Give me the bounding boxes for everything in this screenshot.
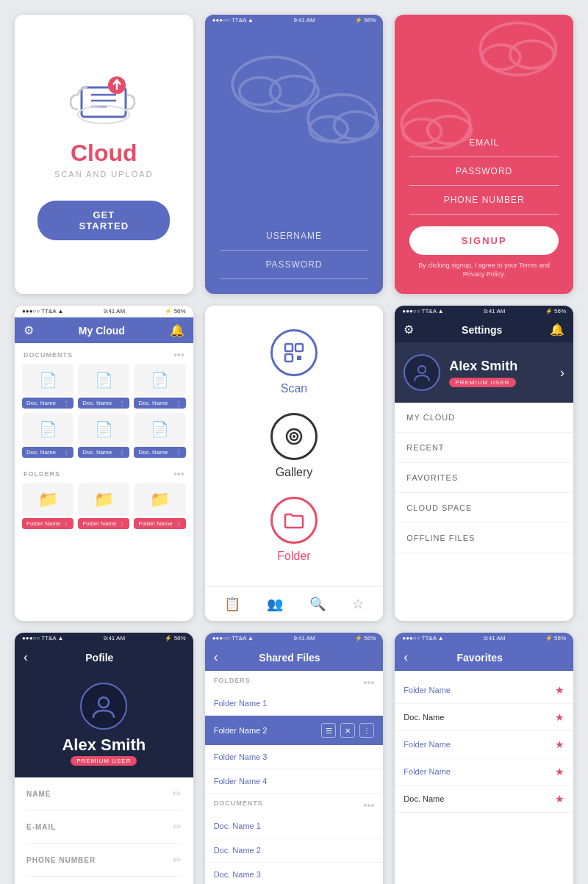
docs-section-label: DOCUMENTS <box>214 799 263 811</box>
email-edit-icon[interactable]: ✏ <box>173 821 182 833</box>
signup-button[interactable]: SIGNUP <box>409 226 559 255</box>
fav-item-3[interactable]: Folder Name ★ <box>395 731 573 758</box>
statusbar-center: 9:41 AM <box>484 635 505 642</box>
name-edit-icon[interactable]: ✏ <box>173 788 182 799</box>
phone-field[interactable]: PHONE NUMBER <box>409 186 559 215</box>
gallery-option[interactable]: Gallery <box>270 413 318 479</box>
svg-point-6 <box>78 106 129 123</box>
notification-icon[interactable]: 🔔 <box>170 323 184 337</box>
fav-item-2[interactable]: Doc. Name ★ <box>395 704 573 731</box>
svg-point-14 <box>482 45 520 70</box>
statusbar-center: 9:41 AM <box>293 635 315 642</box>
doc-icon: 📄 <box>22 413 74 445</box>
settings-content: ⚙ Settings 🔔 Alex Smith PREMIUM USER › <box>395 317 573 596</box>
profile-name-large: Alex Smith <box>62 736 146 755</box>
fav-star-3[interactable]: ★ <box>555 739 564 750</box>
signup-terms: By clicking signup, I agree to your Term… <box>409 261 559 279</box>
svg-point-25 <box>293 435 295 438</box>
shared-doc-2[interactable]: Doc. Name 2 <box>205 838 384 863</box>
shared-folder-item-3[interactable]: Folder Name 3 <box>205 745 384 769</box>
settings-notification-icon[interactable]: 🔔 <box>550 323 564 337</box>
password-field[interactable]: PASSWORD <box>409 157 559 186</box>
folder-item: 📁 Folder Name ⋮ <box>134 483 185 529</box>
shared-folder-item-4[interactable]: Folder Name 4 <box>205 769 384 794</box>
fav-item-5[interactable]: Doc. Name ★ <box>395 786 573 813</box>
profile-name-row: NAME ✏ <box>26 777 182 811</box>
docs-label: DOCUMENTS <box>24 351 73 359</box>
docs-more-btn[interactable]: ••• <box>364 799 375 811</box>
shared-doc-3[interactable]: Doc. Name 3 <box>205 863 384 884</box>
shared-doc-1[interactable]: Doc. Name 1 <box>205 814 384 838</box>
statusbar: ●●●○○ TT&A ▲ 9:41 AM ⚡ 56% <box>15 633 193 644</box>
screen-login: ●●●○○ TT&A ▲ 9:41 AM ⚡ 56% USERNAME PASS… <box>205 15 384 294</box>
doc-item: 📄 Doc. Name ⋮ <box>134 364 185 409</box>
favorites-topbar: ‹ Favorites <box>395 644 573 671</box>
settings-item-mycloud[interactable]: MY CLOUD <box>395 403 573 433</box>
statusbar-right: ⚡ 56% <box>165 635 185 642</box>
back-icon[interactable]: ‹ <box>24 650 28 665</box>
fav-item-1[interactable]: Folder Name ★ <box>395 677 573 704</box>
folder-icon: 📁 <box>78 483 129 517</box>
gallery-icon <box>282 425 306 448</box>
login-bg-clouds <box>205 29 384 167</box>
action-menu-icon[interactable]: ☰ <box>321 723 336 738</box>
settings-gear-icon[interactable]: ⚙ <box>404 323 414 337</box>
folders-more-btn[interactable]: ••• <box>364 677 375 689</box>
folder-upload-icon <box>282 509 306 532</box>
docs-section-header: DOCUMENTS ••• <box>15 343 193 364</box>
settings-item-offline[interactable]: OFFLINE FILES <box>395 523 573 553</box>
password-field[interactable]: PASSWORD <box>220 251 369 279</box>
favorites-nav-icon[interactable]: ☆ <box>346 593 370 615</box>
settings-menu: MY CLOUD RECENT FAVORITES CLOUD SPACE OF… <box>395 403 573 596</box>
folder-option[interactable]: Folder <box>270 497 318 563</box>
profile-password-row: PASSWORD ✏ <box>26 877 182 884</box>
statusbar-center: 9:41 AM <box>484 308 505 315</box>
scan-option[interactable]: Scan <box>270 329 318 395</box>
settings-item-cloudspace[interactable]: CLOUD SPACE <box>395 493 573 523</box>
profile-phone-row: PHONE NUMBER ✏ <box>26 844 182 877</box>
settings-item-favorites[interactable]: FAVORITES <box>395 463 573 493</box>
fav-star-4[interactable]: ★ <box>555 766 564 777</box>
fav-star-5[interactable]: ★ <box>555 793 564 805</box>
profile-email-row: E-MAIL ✏ <box>26 811 182 844</box>
email-field[interactable]: EMAIL <box>409 129 559 157</box>
avatar-large-icon <box>90 693 117 719</box>
mycloud-navbar: ⚙ My Cloud 🔔 <box>15 317 193 343</box>
statusbar: ●●●○○ TT&A ▲ 9:41 AM ⚡ 56% <box>205 633 384 644</box>
settings-icon[interactable]: ⚙ <box>24 323 34 337</box>
shared-folder-item-1[interactable]: Folder Name 1 <box>205 691 384 716</box>
shared-folder-item-2[interactable]: Folder Name 2 ☰ ✕ ⋮ <box>205 716 384 745</box>
chevron-right-icon[interactable]: › <box>560 365 564 381</box>
docs-more-icon[interactable]: ••• <box>173 349 184 361</box>
shared-folders-header: FOLDERS ••• <box>205 671 384 691</box>
fav-item-4[interactable]: Folder Name ★ <box>395 758 573 786</box>
doc-label: Doc. Name ⋮ <box>134 447 185 458</box>
docs-grid: 📄 Doc. Name ⋮ 📄 Doc. Name ⋮ 📄 <box>15 364 193 462</box>
profile-avatar <box>404 354 440 391</box>
phone-edit-icon[interactable]: ✏ <box>173 854 182 866</box>
username-field[interactable]: USERNAME <box>220 222 369 251</box>
statusbar-left: ●●●○○ TT&A ▲ <box>402 635 443 642</box>
folder-icon: 📁 <box>22 483 74 517</box>
docs-nav-icon[interactable]: 📋 <box>218 593 246 615</box>
get-started-button[interactable]: GET STARTED <box>37 201 170 240</box>
gallery-circle <box>270 413 318 460</box>
fav-name-2: Doc. Name <box>404 713 444 722</box>
settings-profile[interactable]: Alex Smith PREMIUM USER › <box>395 342 573 403</box>
fav-star-1[interactable]: ★ <box>555 684 564 696</box>
fav-star-2[interactable]: ★ <box>555 711 564 723</box>
doc-item: 📄 Doc. Name ⋮ <box>22 413 74 458</box>
statusbar-right: ⚡ 56% <box>355 635 376 642</box>
search-nav-icon[interactable]: 🔍 <box>304 593 331 615</box>
action-close-icon[interactable]: ✕ <box>340 723 355 738</box>
shared-nav-icon[interactable]: 👥 <box>261 593 289 615</box>
folders-label: FOLDERS <box>24 470 60 478</box>
doc-icon: 📄 <box>134 364 185 396</box>
settings-item-recent[interactable]: RECENT <box>395 433 573 463</box>
folders-more-icon[interactable]: ••• <box>173 468 184 480</box>
svg-point-9 <box>270 76 318 106</box>
folders-grid: 📁 Folder Name ⋮ 📁 Folder Name ⋮ 📁 <box>15 483 193 533</box>
action-more-icon[interactable]: ⋮ <box>359 723 374 738</box>
phone-label: PHONE NUMBER <box>26 856 96 864</box>
statusbar-left: ●●●○○ TT&A ▲ <box>22 308 63 315</box>
